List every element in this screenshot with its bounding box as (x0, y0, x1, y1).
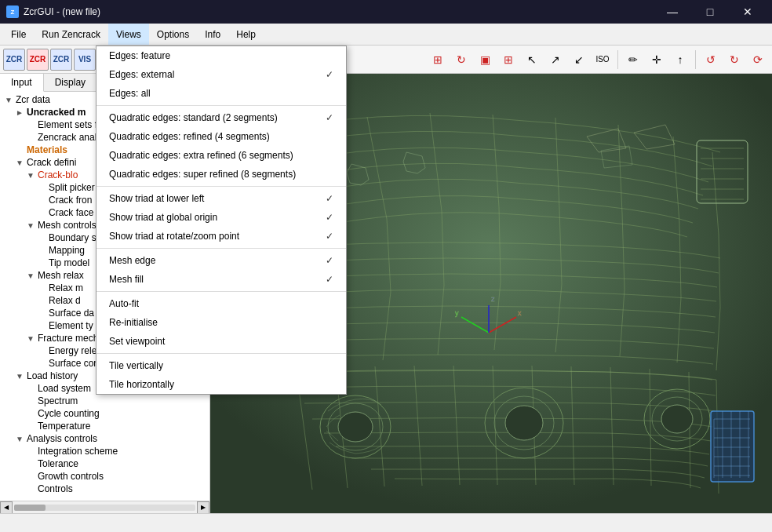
tree-expand-fracture-mech[interactable]: ▼ (25, 334, 36, 343)
tree-item-growth-controls[interactable]: Growth controls (0, 470, 209, 483)
toolbar-arrow-btn2[interactable]: ↗ (544, 49, 566, 71)
toolbar-select-btn[interactable]: ▣ (474, 49, 496, 71)
dd-item-5[interactable]: Quadratic edges: extra refined (6 segmen… (96, 146, 346, 165)
close-button[interactable]: ✕ (730, 0, 766, 24)
dd-item-11[interactable]: Mesh fill✓ (96, 270, 346, 289)
svg-text:x: x (518, 309, 522, 317)
toolbar-pen-btn[interactable]: ✏ (622, 49, 644, 71)
svg-point-6 (505, 406, 543, 440)
svg-rect-11 (711, 411, 754, 482)
dd-label-1: Edges: external (109, 69, 174, 80)
dd-item-8[interactable]: Show triad at global origin✓ (96, 208, 346, 227)
toolbar-grid-btn[interactable]: ⊞ (497, 49, 519, 71)
tree-expand-mesh-controls[interactable]: ▼ (25, 221, 36, 230)
tree-expand-analysis-controls[interactable]: ▼ (14, 435, 25, 443)
menu-help[interactable]: Help (228, 24, 264, 45)
tree-item-temperature[interactable]: Temperature (0, 420, 209, 432)
dd-check-9: ✓ (326, 231, 333, 242)
tree-label-mesh-controls: Mesh controls (36, 220, 96, 231)
tree-expand-crack-blo[interactable]: ▼ (25, 171, 36, 180)
dd-item-0[interactable]: Edges: feature (96, 46, 346, 65)
dd-item-2[interactable]: Edges: all (96, 84, 346, 103)
tree-label-zcr-data: Zcr data (14, 94, 50, 105)
menu-options[interactable]: Options (149, 24, 197, 45)
scroll-left[interactable]: ◀ (0, 501, 13, 514)
dd-separator-9 (96, 248, 346, 249)
dd-item-16[interactable]: Tile horizontally (96, 375, 346, 394)
maximize-button[interactable]: □ (692, 0, 728, 24)
menu-info[interactable]: Info (197, 24, 228, 45)
tree-expand-uncracked[interactable]: ► (14, 108, 25, 117)
tree-item-cycle-counting[interactable]: Cycle counting (0, 407, 209, 420)
toolbar-zcr3[interactable]: ZCR (50, 49, 72, 71)
scroll-right[interactable]: ▶ (197, 501, 209, 514)
tree-item-spectrum[interactable]: Spectrum (0, 395, 209, 407)
toolbar-rot2-btn[interactable]: ↻ (723, 49, 745, 71)
toolbar-rotate-btn[interactable]: ↻ (450, 49, 472, 71)
tree-label-tip-model: Tip model (47, 257, 89, 268)
menu-views[interactable]: Views (108, 24, 149, 45)
tree-label-integration-scheme: Integration scheme (36, 446, 118, 457)
dd-item-12[interactable]: Auto-fit (96, 294, 346, 313)
tree-item-analysis-controls[interactable]: ▼Analysis controls (0, 432, 209, 445)
scroll-track[interactable] (14, 505, 195, 511)
dd-check-11: ✓ (326, 274, 333, 285)
dd-separator-11 (96, 291, 346, 292)
tree-label-controls: Controls (36, 483, 73, 494)
tree-label-energy-rele: Energy rele (47, 345, 96, 356)
svg-point-3 (338, 412, 373, 442)
views-dropdown: Edges: featureEdges: external✓Edges: all… (96, 46, 347, 395)
dd-check-3: ✓ (326, 112, 333, 123)
dd-item-6[interactable]: Quadratic edges: super refined (8 segmen… (96, 165, 346, 184)
toolbar-rot3-btn[interactable]: ⟳ (747, 49, 769, 71)
tree-item-tolerance[interactable]: Tolerance (0, 457, 209, 470)
dd-item-9[interactable]: Show triad at rotate/zoom point✓ (96, 227, 346, 246)
tree-expand-load-history[interactable]: ▼ (14, 372, 25, 381)
toolbar-mesh-btn[interactable]: ⊞ (427, 49, 449, 71)
tree-label-growth-controls: Growth controls (36, 471, 104, 482)
dd-label-9: Show triad at rotate/zoom point (109, 231, 239, 242)
titlebar-left: Z ZcrGUI - (new file) (6, 5, 100, 18)
tree-item-controls[interactable]: Controls (0, 483, 209, 495)
titlebar: Z ZcrGUI - (new file) — □ ✕ (0, 0, 772, 24)
dd-separator-2 (96, 105, 346, 106)
minimize-button[interactable]: — (654, 0, 690, 24)
tree-label-load-system: Load system (36, 383, 91, 394)
tree-expand-zcr-data[interactable]: ▼ (3, 96, 14, 104)
toolbar-iso-btn[interactable]: ISO (592, 49, 614, 71)
tree-label-uncracked: Uncracked m (25, 107, 86, 118)
menu-run-zencrack[interactable]: Run Zencrack (34, 24, 108, 45)
dd-item-1[interactable]: Edges: external✓ (96, 65, 346, 84)
dd-item-10[interactable]: Mesh edge✓ (96, 251, 346, 270)
toolbar-zcr2[interactable]: ZCR (27, 49, 49, 71)
toolbar-vis[interactable]: VIS (74, 49, 96, 71)
toolbar-rot1-btn[interactable]: ↺ (700, 49, 722, 71)
svg-text:z: z (491, 295, 495, 303)
menubar: File Run Zencrack Views Options Info Hel… (0, 24, 772, 46)
tree-expand-crack-defin[interactable]: ▼ (14, 159, 25, 167)
tree-label-relax-m: Relax m (47, 282, 83, 293)
toolbar-arrow-btn1[interactable]: ↖ (521, 49, 543, 71)
dd-item-4[interactable]: Quadratic edges: refined (4 segments) (96, 127, 346, 146)
dd-item-7[interactable]: Show triad at lower left✓ (96, 189, 346, 208)
dd-label-12: Auto-fit (109, 298, 139, 309)
dd-label-3: Quadratic edges: standard (2 segments) (109, 112, 278, 123)
toolbar-arrow-btn3[interactable]: ↙ (568, 49, 590, 71)
dd-item-3[interactable]: Quadratic edges: standard (2 segments)✓ (96, 108, 346, 127)
toolbar-zcr1[interactable]: ZCR (3, 49, 25, 71)
tab-input[interactable]: Input (0, 74, 44, 92)
toolbar-move-btn[interactable]: ✛ (646, 49, 668, 71)
dd-check-10: ✓ (326, 255, 333, 266)
tab-display[interactable]: Display (44, 74, 97, 91)
left-scrollbar[interactable]: ◀ ▶ (0, 501, 209, 513)
tree-label-load-history: Load history (25, 370, 78, 381)
dd-item-15[interactable]: Tile vertically (96, 356, 346, 375)
toolbar-sep2 (617, 50, 618, 69)
scroll-thumb[interactable] (14, 505, 46, 511)
dd-item-13[interactable]: Re-initialise (96, 313, 346, 332)
toolbar-up-btn[interactable]: ↑ (669, 49, 691, 71)
tree-expand-mesh-relax[interactable]: ▼ (25, 271, 36, 280)
tree-item-integration-scheme[interactable]: Integration scheme (0, 445, 209, 457)
menu-file[interactable]: File (3, 24, 34, 45)
dd-item-14[interactable]: Set viewpoint (96, 332, 346, 351)
